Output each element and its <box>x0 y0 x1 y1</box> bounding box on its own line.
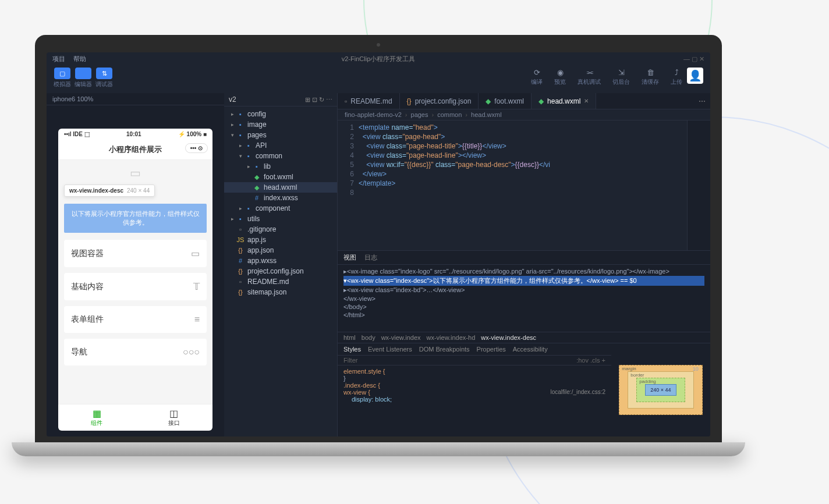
list-icon: 𝕋 <box>193 281 200 292</box>
tree-node-lib[interactable]: ▸▪lib <box>224 161 337 172</box>
folder-icon: ▪ <box>236 121 245 128</box>
toolbar-预览[interactable]: ◉ <box>555 68 565 77</box>
tabs-overflow[interactable]: ⋯ <box>694 97 710 105</box>
tree-actions[interactable]: ⊞ ⊡ ↻ ⋯ <box>305 96 332 104</box>
tree-node-component[interactable]: ▸▪component <box>224 203 337 214</box>
tree-node-common[interactable]: ▾▪common <box>224 151 337 161</box>
capsule-button[interactable]: ••• ⊙ <box>185 143 208 153</box>
tab-head.wxml[interactable]: ◆head.wxml✕ <box>532 93 596 109</box>
simulator-panel: iphone6 100% ••ıl IDE ⬚ 10:01 ⚡ 100% ■ 小… <box>47 93 224 436</box>
toolbar-上传[interactable]: ⤴ <box>672 68 681 77</box>
dom-node[interactable]: </body> <box>343 303 704 311</box>
menu-project[interactable]: 项目 <box>52 55 65 63</box>
styles-tab-Styles[interactable]: Styles <box>343 346 361 353</box>
minimap[interactable] <box>687 120 710 250</box>
devtools-panel: 视图 日志 ▸<wx-image class="index-logo" src=… <box>338 250 710 436</box>
editor-panel: ▫README.md{}project.config.json◆foot.wxm… <box>338 93 710 436</box>
tab-README.md[interactable]: ▫README.md <box>338 93 400 109</box>
dom-node[interactable]: </html> <box>343 311 704 319</box>
styles-tab-Accessibility[interactable]: Accessibility <box>513 346 548 353</box>
dom-node[interactable]: ▸<wx-view class="index-bd">…</wx-view> <box>343 286 704 294</box>
tree-node-image[interactable]: ▸▪image <box>224 119 337 130</box>
list-item[interactable]: 导航○○○ <box>64 339 207 365</box>
wxss-icon: # <box>252 194 261 201</box>
list-icon: ○○○ <box>183 347 200 357</box>
json-icon: {} <box>236 289 245 296</box>
dom-node[interactable]: ▸<wx-image class="index-logo" src="../re… <box>343 267 704 276</box>
folder-icon: ▪ <box>244 205 253 212</box>
breadcrumb[interactable]: fino-applet-demo-v2›pages›common›head.wx… <box>338 109 710 120</box>
tree-node-app.json[interactable]: {}app.json <box>224 245 337 255</box>
list-item[interactable]: 表单组件≡ <box>64 306 207 333</box>
tree-node-project.config.json[interactable]: {}project.config.json <box>224 266 337 276</box>
tree-node-index.wxss[interactable]: #index.wxss <box>224 193 337 203</box>
tab-project.config.json[interactable]: {}project.config.json <box>400 93 479 109</box>
tree-node-sitemap.json[interactable]: {}sitemap.json <box>224 287 337 297</box>
avatar[interactable]: 👤 <box>687 68 703 84</box>
toolbar-模拟器[interactable]: ▢ <box>54 68 70 79</box>
phone-tab-接口[interactable]: ◫接口 <box>136 404 213 431</box>
menu-help[interactable]: 帮助 <box>73 55 86 63</box>
wxml-icon: ◆ <box>486 97 491 105</box>
md-icon: ▫ <box>236 226 245 233</box>
folder-icon: ▪ <box>244 142 253 149</box>
simulator-device[interactable]: iphone6 100% <box>47 93 224 105</box>
editor-tabs: ▫README.md{}project.config.json◆foot.wxm… <box>338 93 710 109</box>
devtools-tab-log[interactable]: 日志 <box>364 253 377 262</box>
wxml-icon: ◆ <box>252 173 261 181</box>
wxml-icon: ◆ <box>539 97 544 105</box>
css-rules[interactable]: element.style {}.index-desc {</span></di… <box>338 365 611 436</box>
close-icon[interactable]: ✕ <box>584 98 589 104</box>
tree-node-head.wxml[interactable]: ◆head.wxml <box>224 182 337 193</box>
styles-tab-Event Listeners[interactable]: Event Listeners <box>368 346 412 353</box>
folder-icon: ▪ <box>236 132 245 139</box>
list-item[interactable]: 基础内容𝕋 <box>64 273 207 300</box>
code-editor[interactable]: 12345678 <template name="head"> <view cl… <box>338 120 710 250</box>
status-time: 10:01 <box>126 131 141 137</box>
list-icon: ≡ <box>194 314 200 325</box>
toolbar-切后台[interactable]: ⇲ <box>617 68 626 77</box>
ide-window: 项目 帮助 v2-FinClip小程序开发工具 — ▢ ✕ ▢模拟器编辑器⇅调试… <box>47 52 710 436</box>
tree-node-pages[interactable]: ▾▪pages <box>224 130 337 140</box>
toolbar-真机调试[interactable]: ⫘ <box>584 68 594 77</box>
tree-node-README.md[interactable]: ▫README.md <box>224 276 337 287</box>
inspect-tooltip: wx-view.index-desc 240 × 44 <box>64 184 155 197</box>
laptop-frame: 项目 帮助 v2-FinClip小程序开发工具 — ▢ ✕ ▢模拟器编辑器⇅调试… <box>35 35 722 454</box>
toolbar-编辑器[interactable] <box>75 68 91 79</box>
window-controls[interactable]: — ▢ ✕ <box>683 55 704 63</box>
styles-tab-DOM Breakpoints[interactable]: DOM Breakpoints <box>419 346 470 353</box>
dom-node[interactable]: </wx-view> <box>343 294 704 303</box>
folder-icon: ▪ <box>244 152 253 159</box>
status-left: ••ıl IDE ⬚ <box>64 131 90 137</box>
dom-breadcrumb[interactable]: htmlbodywx-view.indexwx-view.index-hdwx-… <box>338 332 710 343</box>
tree-node-app.wxss[interactable]: #app.wxss <box>224 255 337 266</box>
styles-hov-cls[interactable]: :hov .cls + <box>576 357 605 364</box>
styles-tab-Properties[interactable]: Properties <box>477 346 506 353</box>
list-item[interactable]: 视图容器▭ <box>64 240 207 267</box>
tree-root[interactable]: v2 <box>229 95 236 104</box>
selected-element-highlight[interactable]: 以下将展示小程序官方组件能力，组件样式仅供参考。 <box>64 204 207 233</box>
toolbar-清缓存[interactable]: 🗑 <box>646 68 655 77</box>
tab-foot.wxml[interactable]: ◆foot.wxml <box>479 93 532 109</box>
dom-node[interactable]: ▾<wx-view class="index-desc">以下将展示小程序官方组… <box>343 276 704 286</box>
devtools-tab-view[interactable]: 视图 <box>343 253 356 262</box>
window-title: v2-FinClip小程序开发工具 <box>342 55 416 63</box>
phone-tab-组件[interactable]: ▦组件 <box>58 404 136 431</box>
tree-node-API[interactable]: ▸▪API <box>224 140 337 151</box>
tree-node-.gitignore[interactable]: ▫.gitignore <box>224 224 337 235</box>
md-icon: ▫ <box>345 97 347 105</box>
tree-node-app.js[interactable]: JSapp.js <box>224 235 337 245</box>
json-icon: {} <box>407 97 412 105</box>
list-icon: ▭ <box>191 248 200 259</box>
dom-tree[interactable]: ▸<wx-image class="index-logo" src="../re… <box>338 265 710 332</box>
folder-icon: ▪ <box>252 163 261 170</box>
toolbar-编译[interactable]: ⟳ <box>532 68 541 77</box>
tree-node-foot.wxml[interactable]: ◆foot.wxml <box>224 172 337 182</box>
styles-filter[interactable]: Filter <box>343 357 357 364</box>
json-icon: {} <box>236 247 245 254</box>
js-icon: JS <box>236 236 245 243</box>
tree-node-utils[interactable]: ▸▪utils <box>224 214 337 224</box>
file-tree-panel: v2 ⊞ ⊡ ↻ ⋯ ▸▪config ▸▪image ▾▪pages ▸▪AP… <box>224 93 338 436</box>
tree-node-config[interactable]: ▸▪config <box>224 109 337 119</box>
toolbar-调试器[interactable]: ⇅ <box>96 68 112 79</box>
